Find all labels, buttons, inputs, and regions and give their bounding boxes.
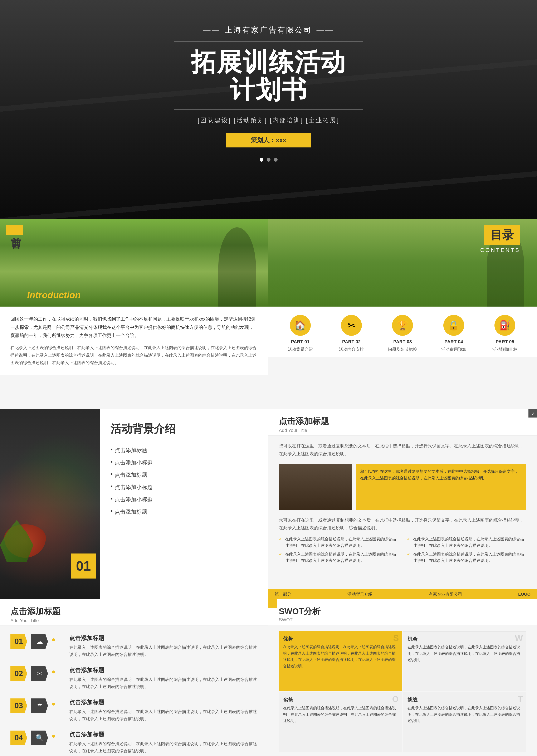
swot-threat-title: 挑战 — [407, 696, 522, 703]
add-title-header: 点击添加标题 Add Your Title — [268, 409, 537, 436]
dot-1[interactable] — [260, 158, 264, 162]
arrow-content-4: 点击添加标题 在此录入上述图表的综合描述说明，在此录入上述图表的综合描述说明，在… — [69, 731, 258, 754]
swot-weakness-title: 机会 — [407, 636, 522, 642]
arrow-item-4: 04 🔍 点击添加标题 在此录入上述图表的综合描述说明，在此录入上述图表的综合描… — [11, 731, 258, 754]
arrow-icon-3: ☂ — [37, 702, 43, 710]
arrow-icon-2: ✂ — [37, 670, 43, 678]
arrow-dot-line-1 — [52, 638, 65, 641]
toc-icon-1: 🏠 — [290, 315, 311, 336]
arrow-desc-1: 在此录入上述图表的综合描述说明，在此录入上述图表的综合描述说明，在此录入上述图表… — [69, 644, 258, 658]
activity-right-panel: 活动背景介绍 点击添加标题 点击添加小标题 点击添加标题 点击添加小标题 点击添… — [100, 409, 268, 599]
arrow-icon-box-3: ☂ — [31, 698, 48, 713]
arrow-title-2: 点击添加标题 — [69, 666, 258, 674]
arrow-num-box-4: 04 — [11, 731, 27, 745]
arrow-icon-box-1: ☁ — [31, 634, 48, 649]
activity-list-item-1: 点击添加标题 — [110, 447, 258, 454]
toc-part-name-5: 活动预期目标 — [492, 346, 517, 353]
toc-part-num-4: PART 04 — [444, 339, 463, 345]
activity-list-item-2: 点击添加小标题 — [110, 459, 258, 466]
arrow-line-4 — [57, 736, 65, 736]
slides-row-1: 前言 Introduction 回顾这一年的工作，在取得成绩的同时，我们也找到了… — [0, 219, 537, 409]
activity-part-badge: 01 — [71, 554, 96, 578]
activity-list-item-6: 点击添加标题 — [110, 508, 258, 516]
arrow-num-3: 03 — [15, 701, 23, 710]
arrow-dot-line-2 — [52, 670, 65, 673]
arrows-title: 点击添加标题 — [11, 606, 258, 617]
toc-item-1: 🏠 PART 01 活动背景介绍 — [279, 315, 321, 353]
arrow-icon-4: 🔍 — [35, 734, 44, 742]
arrow-desc-3: 在此录入上述图表的综合描述说明，在此录入上述图表的综合描述说明，在此录入上述图表… — [69, 708, 258, 722]
swot-letter-w: W — [515, 634, 523, 643]
arrow-title-3: 点击添加标题 — [69, 698, 258, 706]
cover-planner: 策划人：xxx — [251, 136, 286, 145]
arrow-num-1: 01 — [15, 637, 23, 646]
arrow-dot-line-3 — [52, 703, 65, 705]
arrow-icon-box-4: 🔍 — [31, 731, 48, 745]
arrow-num-box-1: 01 — [11, 634, 27, 649]
swot-title-sub: SWOT — [279, 617, 526, 622]
cover-tags: [团队建设] [活动策划] [内部培训] [企业拓展] — [198, 116, 340, 125]
checklist-col-2: 在此录入上述图表的综合描述说明，在此录入上述图表的综合描述说明，在此录入上述图表… — [407, 536, 526, 567]
activity-list-item-3: 点击添加标题 — [110, 471, 258, 479]
add-title-img-text: 您可以在打在这里，或者通过复制想要的文本后，在此框中选择粘贴，开选择只保留文字，… — [356, 464, 526, 510]
arrow-icon-1: ☁ — [36, 638, 43, 646]
toc-part-num-1: PART 01 — [291, 339, 310, 345]
swot-body: S 优势 在此录入上述图表的综合描述说明，在此录入上述图表的综合描述说明，在此录… — [268, 625, 537, 756]
dot-3[interactable] — [274, 158, 277, 162]
arrow-desc-2: 在此录入上述图表的综合描述说明，在此录入上述图表的综合描述说明，在此录入上述图表… — [69, 676, 258, 690]
swot-threat-text: 在此录入上述图表的综合描述说明，在此录入上述图表的综合描述说明，在此录入上述图表… — [407, 705, 522, 724]
checklist: 在此录入上述图表的综合描述说明，在此录入上述图表的综合描述说明，在此录入上述图表… — [279, 536, 526, 567]
toc-label: 目录 — [490, 229, 514, 241]
add-title-img-box — [279, 464, 352, 510]
foreword-label-box: 前言 — [6, 225, 23, 235]
slides-row-2: 01 活动背景介绍 点击添加标题 点击添加小标题 点击添加标题 点击添加小标题 … — [0, 409, 537, 599]
arrows-body: 01 ☁ 点击添加标题 在此录入上述图表的综合描述说明，在此录入上述图表的综合描… — [0, 626, 268, 756]
toc-part-num-2: PART 02 — [342, 339, 361, 345]
arrow-icon-box-2: ✂ — [31, 666, 48, 681]
toc-item-2: ✂ PART 02 活动内容安排 — [331, 315, 372, 353]
activity-part-num: 01 — [76, 558, 91, 574]
arrow-dot-2 — [52, 670, 55, 673]
activity-list-item-4: 点击添加小标题 — [110, 483, 258, 491]
toc-label-box: 目录 — [484, 225, 520, 245]
dot-2[interactable] — [267, 158, 270, 162]
arrow-line-2 — [57, 672, 65, 672]
toc-part-name-4: 活动费用预算 — [441, 346, 466, 353]
add-title-body: 您可以在打在这里，或者通过复制想要的文本后，在此框中选择粘贴，开选择只保留文字。… — [268, 436, 537, 573]
swot-cell-t: T 挑战 在此录入上述图表的综合描述说明，在此录入上述图表的综合描述说明，在此录… — [403, 692, 526, 752]
arrow-dot-1 — [52, 638, 55, 641]
activity-title: 活动背景介绍 — [110, 422, 258, 436]
slide-toc: 目录 CONTENTS 🏠 PART 01 活动背景介绍 ✂ PART 02 活… — [268, 219, 537, 409]
add-title-bottom-text: 您可以在打在这里，或者通过复制想要的文本后，在此框中选择粘贴，开选择只保留文字，… — [279, 516, 526, 532]
foreword-main-text: 回顾这一年的工作，在取得成绩的同时，我们也找到了工作中的不足和问题，主要反映于x… — [11, 315, 258, 340]
arrow-dot-4 — [52, 735, 55, 738]
toc-label-area: 目录 CONTENTS — [480, 225, 520, 253]
swot-opportunity-title: 劣势 — [283, 696, 398, 703]
arrow-item-3: 03 ☂ 点击添加标题 在此录入上述图表的综合描述说明，在此录入上述图表的综合描… — [11, 698, 258, 722]
cover-planner-box: 策划人：xxx — [226, 133, 311, 147]
toc-icon-2: ✂ — [341, 315, 362, 336]
activity-list: 点击添加标题 点击添加小标题 点击添加标题 点击添加小标题 点击添加小标题 点击… — [110, 447, 258, 516]
arrow-num-2: 02 — [15, 669, 23, 678]
add-title-main: 点击添加标题 — [279, 415, 526, 427]
checklist-col-1: 在此录入上述图表的综合描述说明，在此录入上述图表的综合描述说明，在此录入上述图表… — [279, 536, 398, 567]
swot-title-main: SWOT分析 — [279, 606, 526, 617]
swot-letter-t: T — [518, 694, 523, 704]
toc-icon-5: ⛽ — [494, 315, 515, 336]
arrow-title-4: 点击添加标题 — [69, 731, 258, 738]
cover-dots — [260, 158, 277, 162]
cover-title: 拓展训练活动 计划书 — [191, 48, 346, 103]
check-item-2: 在此录入上述图表的综合描述说明，在此录入上述图表的综合描述说明，在此录入上述图表… — [279, 551, 398, 564]
arrow-content-3: 点击添加标题 在此录入上述图表的综合描述说明，在此录入上述图表的综合描述说明，在… — [69, 698, 258, 722]
footer-logo: LOGO — [518, 592, 530, 597]
activity-left-panel: 01 — [0, 409, 100, 599]
foreword-silhouette — [218, 227, 256, 307]
arrow-num-box-3: 03 — [11, 698, 27, 713]
footer-part: 第一部分 — [275, 591, 291, 597]
swot-letter-s: S — [393, 633, 399, 643]
swot-cell-w: W 机会 在此录入上述图表的综合描述说明，在此录入上述图表的综合描述说明，在此录… — [403, 631, 526, 692]
arrow-content-2: 点击添加标题 在此录入上述图表的综合描述说明，在此录入上述图表的综合描述说明，在… — [69, 666, 258, 690]
toc-part-name-2: 活动内容安排 — [339, 346, 364, 353]
arrow-title-1: 点击添加标题 — [69, 634, 258, 642]
arrow-desc-4: 在此录入上述图表的综合描述说明，在此录入上述图表的综合描述说明，在此录入上述图表… — [69, 740, 258, 754]
